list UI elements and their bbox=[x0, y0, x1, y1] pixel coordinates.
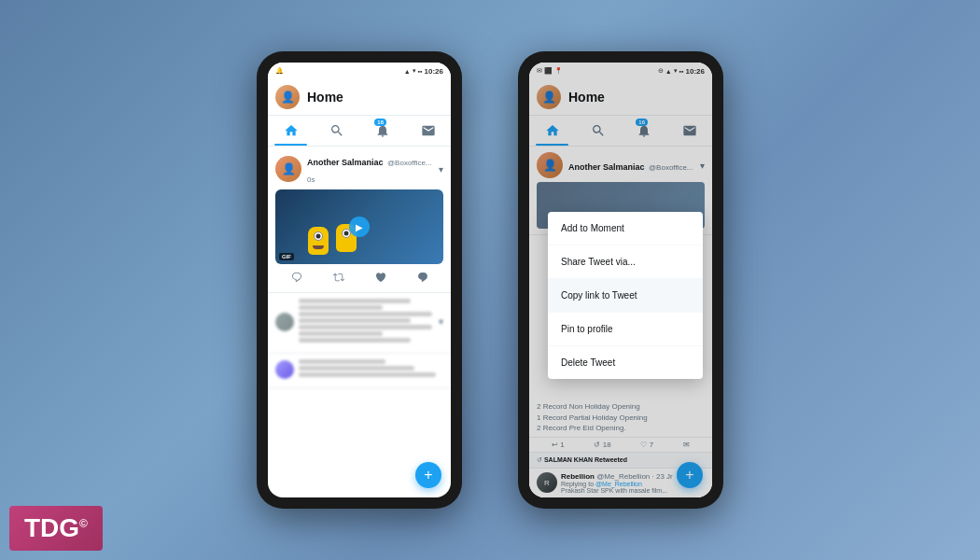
dropdown-menu: Add to Moment Share Tweet via... Copy li… bbox=[548, 212, 703, 379]
feed-more-1-left[interactable]: ▾ bbox=[439, 316, 443, 327]
phone-right-screen: ✉ ⬛ 📍 ⊖ ▲ ▾ ▪▪ 10:26 👤 Home bbox=[529, 63, 712, 497]
dropdown-item-copy-link[interactable]: Copy link to Tweet bbox=[548, 279, 703, 313]
status-bar-time: 10:26 bbox=[425, 67, 443, 76]
notification-badge-left: 16 bbox=[374, 119, 386, 126]
status-icons-left: 🔔 bbox=[275, 67, 284, 75]
tweet-actions-left bbox=[275, 268, 443, 287]
user-avatar-left: 👤 bbox=[275, 85, 300, 109]
notification-dot: 🔔 bbox=[275, 67, 284, 75]
nav-tab-messages-left[interactable] bbox=[405, 116, 451, 146]
nav-tabs-left: 16 bbox=[268, 116, 451, 147]
tweet-user-info-left: Another Salmaniac @Boxoffice... 0s bbox=[307, 152, 439, 186]
dropdown-item-delete-tweet[interactable]: Delete Tweet bbox=[548, 346, 703, 379]
phone-right: ✉ ⬛ 📍 ⊖ ▲ ▾ ▪▪ 10:26 👤 Home bbox=[518, 51, 723, 509]
copyright-symbol: © bbox=[79, 517, 88, 530]
wifi-icon: ▾ bbox=[413, 67, 416, 75]
dropdown-item-share-tweet[interactable]: Share Tweet via... bbox=[548, 245, 703, 279]
feed-item-1-left: ▾ bbox=[268, 293, 451, 354]
fab-left[interactable]: + bbox=[415, 462, 441, 488]
tweet-time-left: 0s bbox=[307, 175, 315, 184]
reply-action-left[interactable] bbox=[291, 272, 302, 283]
nav-tab-notifications-left[interactable]: 16 bbox=[359, 116, 405, 146]
phone-left-screen: 🔔 ▲ ▾ ▪▪ 10:26 👤 Home bbox=[268, 63, 451, 497]
dropdown-overlay[interactable]: Add to Moment Share Tweet via... Copy li… bbox=[529, 63, 712, 497]
play-button-left[interactable]: ▶ bbox=[349, 217, 370, 237]
nav-tab-home-left[interactable] bbox=[268, 116, 314, 146]
dropdown-item-add-to-moment[interactable]: Add to Moment bbox=[548, 212, 703, 245]
battery-icon: ▪▪ bbox=[418, 68, 423, 75]
tweet-handle-left: @Boxoffice... bbox=[387, 159, 432, 167]
retweet-action-left[interactable] bbox=[333, 272, 344, 283]
header-title-left: Home bbox=[307, 90, 343, 105]
main-tweet-left: 👤 Another Salmaniac @Boxoffice... 0s ▾ bbox=[268, 147, 451, 293]
nav-tab-search-left[interactable] bbox=[314, 116, 359, 146]
tdg-watermark: TDG© bbox=[9, 506, 103, 551]
feed-item-2-left bbox=[268, 354, 451, 388]
like-action-left[interactable] bbox=[375, 272, 386, 283]
status-bar-left: 🔔 ▲ ▾ ▪▪ 10:26 bbox=[268, 63, 451, 79]
gif-label-left: GIF bbox=[279, 253, 294, 260]
gif-container-left: ▶ GIF bbox=[275, 189, 443, 264]
tweet-more-left[interactable]: ▾ bbox=[439, 164, 443, 175]
tweet-avatar-left: 👤 bbox=[275, 156, 301, 182]
message-action-left[interactable] bbox=[417, 272, 428, 283]
feed-avatar-2-left bbox=[275, 360, 294, 379]
twitter-header-left: 👤 Home bbox=[268, 79, 451, 116]
phone-left: 🔔 ▲ ▾ ▪▪ 10:26 👤 Home bbox=[257, 51, 462, 509]
tweet-username-left: Another Salmaniac bbox=[307, 158, 384, 167]
signal-icon: ▲ bbox=[404, 68, 411, 75]
dropdown-item-pin-to-profile[interactable]: Pin to profile bbox=[548, 313, 703, 346]
feed-avatar-1-left bbox=[275, 313, 294, 331]
tweet-header-left: 👤 Another Salmaniac @Boxoffice... 0s ▾ bbox=[275, 152, 443, 186]
status-bar-right-icons: ▲ ▾ ▪▪ 10:26 bbox=[404, 67, 443, 76]
tdg-text: TDG bbox=[24, 513, 79, 542]
